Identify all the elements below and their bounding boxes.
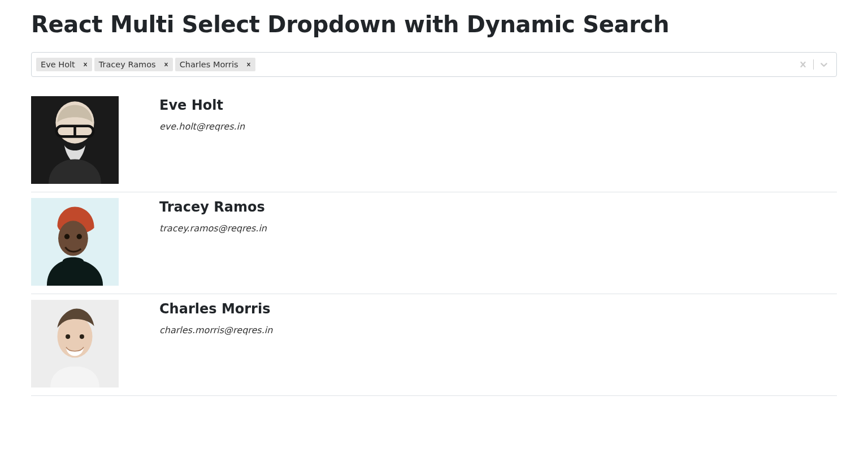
- multiselect-tag-remove[interactable]: [79, 61, 92, 68]
- svg-point-11: [80, 334, 84, 339]
- multiselect-dropdown-toggle[interactable]: [814, 55, 834, 74]
- svg-point-10: [66, 334, 70, 339]
- multiselect-tag-label: Charles Morris: [175, 58, 242, 71]
- user-name: Charles Morris: [159, 301, 272, 317]
- svg-point-5: [58, 221, 88, 256]
- avatar: [31, 96, 119, 184]
- user-email: eve.holt@reqres.in: [159, 121, 245, 132]
- list-item: Eve Holt eve.holt@reqres.in: [31, 91, 837, 192]
- multiselect-tag-remove[interactable]: [242, 61, 255, 68]
- multiselect-tag: Eve Holt: [36, 58, 92, 71]
- multiselect-clear-all[interactable]: [793, 55, 813, 74]
- user-email: tracey.ramos@reqres.in: [159, 223, 267, 234]
- list-item: Tracey Ramos tracey.ramos@reqres.in: [31, 192, 837, 294]
- close-icon: [82, 61, 89, 68]
- multiselect-tag-remove[interactable]: [159, 61, 173, 68]
- page-title: React Multi Select Dropdown with Dynamic…: [31, 11, 837, 37]
- svg-point-7: [77, 234, 82, 239]
- multiselect-control[interactable]: Eve Holt Tracey Ramos Charles Morris: [31, 52, 837, 77]
- close-icon: [245, 61, 252, 68]
- svg-point-6: [64, 234, 70, 239]
- list-item: Charles Morris charles.morris@reqres.in: [31, 294, 837, 396]
- avatar: [31, 198, 119, 286]
- multiselect-tag: Charles Morris: [175, 58, 255, 71]
- selected-users-list: Eve Holt eve.holt@reqres.in Tracey Ramos…: [31, 91, 837, 396]
- multiselect-tag-label: Tracey Ramos: [94, 58, 159, 71]
- multiselect-tag-label: Eve Holt: [36, 58, 79, 71]
- multiselect-search-input[interactable]: [258, 61, 260, 69]
- chevron-down-icon: [818, 59, 830, 70]
- user-email: charles.morris@reqres.in: [159, 325, 272, 335]
- close-icon: [163, 61, 170, 68]
- multiselect-value-container: Eve Holt Tracey Ramos Charles Morris: [35, 57, 793, 72]
- user-name: Eve Holt: [159, 97, 245, 113]
- close-icon: [797, 59, 809, 70]
- avatar: [31, 300, 119, 388]
- multiselect-tag: Tracey Ramos: [94, 58, 173, 71]
- user-name: Tracey Ramos: [159, 199, 267, 215]
- multiselect-indicators: [793, 55, 834, 74]
